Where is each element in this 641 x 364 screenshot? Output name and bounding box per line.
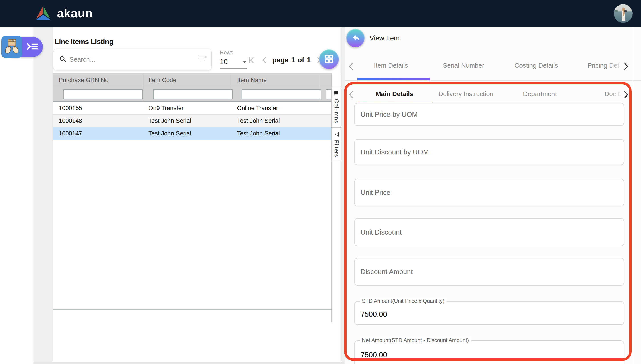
panel-right-border <box>633 27 634 364</box>
filter-list-icon[interactable] <box>198 56 206 63</box>
unit-price-field[interactable]: Unit Price <box>354 179 624 206</box>
current-page: 1 <box>291 56 295 64</box>
column-header-item-code[interactable]: Item Code <box>143 74 231 87</box>
table-side-tabs: Columns Filters <box>332 74 341 161</box>
total-pages: 1 <box>307 56 311 64</box>
tabs-scroll-right-icon[interactable] <box>624 62 628 71</box>
avatar-photo-silhouette <box>614 4 632 23</box>
line-items-table: Purchase GRN No Item Code Item Name 1000… <box>53 74 332 310</box>
table-header-row: Purchase GRN No Item Code Item Name <box>53 74 332 87</box>
columns-side-tab[interactable]: Columns <box>332 88 341 128</box>
chevron-down-icon <box>242 60 247 63</box>
rows-per-page: Rows 10 <box>220 50 249 68</box>
app-sidebar <box>0 27 34 364</box>
detail-title: View Item <box>370 34 400 42</box>
brand-name: akaun <box>57 6 93 20</box>
filters-side-tab[interactable]: Filters <box>332 128 341 162</box>
subtab-delivery-instruction[interactable]: Delivery Instruction <box>438 90 502 98</box>
tab-serial-number[interactable]: Serial Number <box>443 62 491 69</box>
user-avatar[interactable] <box>614 4 632 23</box>
column-header-extra <box>320 74 332 87</box>
std-amount-value: 7500.00 <box>360 310 387 318</box>
grn-filter-input[interactable] <box>63 90 143 99</box>
item-code-filter-input[interactable] <box>153 90 233 99</box>
table-row[interactable]: 1000148 Test John Serial Test John Seria… <box>53 114 332 127</box>
discount-amount-field[interactable]: Discount Amount <box>354 258 624 286</box>
app-root: akaun <box>0 0 641 364</box>
top-navbar: akaun <box>0 0 641 27</box>
search-input[interactable] <box>70 56 195 63</box>
view-item-panel: View Item Item Details Serial Number Cos… <box>346 27 641 364</box>
subtabs-scroll-right-icon[interactable] <box>624 91 628 100</box>
bottom-edge-strip <box>0 362 344 364</box>
net-amount-field[interactable]: Net Amount(STD Amount - Discount Amount)… <box>354 340 624 364</box>
unit-price-by-uom-field[interactable]: Unit Price by UOM <box>354 103 624 126</box>
sidebar-item-inventory-app[interactable] <box>1 36 22 58</box>
std-amount-field[interactable]: STD Amount(Unit Price x Quantity) 7500.0… <box>354 301 624 325</box>
tabs-scroll-left-icon[interactable] <box>348 62 354 71</box>
side-tabs-corner <box>332 74 341 87</box>
column-header-purchase-grn-no[interactable]: Purchase GRN No <box>53 74 143 87</box>
subtab-department[interactable]: Department <box>523 90 564 98</box>
search-icon <box>59 56 66 64</box>
rows-select[interactable]: 10 <box>220 58 247 68</box>
item-name-filter-input[interactable] <box>242 90 322 99</box>
tab-item-details[interactable]: Item Details <box>374 62 414 69</box>
subtab-main-details[interactable]: Main Details <box>376 90 416 98</box>
hands-holding-box-icon <box>3 38 20 56</box>
unit-discount-by-uom-field[interactable]: Unit Discount by UOM <box>354 139 624 165</box>
table-row-selected[interactable]: 1000147 Test John Serial Test John Seria… <box>53 127 332 140</box>
akaun-triangle-logo-icon <box>34 3 53 23</box>
table-row[interactable]: 1000155 On9 Transfer Online Transfer <box>53 102 332 114</box>
subtabs-scroll-left-icon[interactable] <box>348 91 354 100</box>
grid-icon <box>324 54 334 64</box>
active-tab-underline <box>358 78 430 80</box>
first-page-button[interactable] <box>248 56 256 64</box>
unit-discount-field[interactable]: Unit Discount <box>354 218 624 246</box>
back-button[interactable] <box>346 29 364 47</box>
expand-menu-icon <box>27 42 38 52</box>
table-filter-row <box>53 87 332 102</box>
line-items-panel: Line Items Listing Rows 10 <box>53 27 341 362</box>
grid-view-button[interactable] <box>319 50 339 69</box>
rows-label: Rows <box>220 50 249 56</box>
table-empty-area <box>53 140 332 310</box>
back-arrow-icon <box>350 33 360 44</box>
tab-costing-details[interactable]: Costing Details <box>514 62 564 69</box>
funnel-icon <box>334 132 339 137</box>
net-amount-value: 7500.00 <box>360 351 387 359</box>
prev-page-button[interactable] <box>260 56 268 64</box>
brand-logo[interactable]: akaun <box>34 3 93 23</box>
detail-tabs: Item Details Serial Number Costing Detai… <box>346 56 641 80</box>
columns-icon <box>334 91 339 96</box>
column-header-item-name[interactable]: Item Name <box>231 74 320 87</box>
page-indicator: page 1 of 1 <box>272 56 311 64</box>
page-title: Line Items Listing <box>55 38 114 46</box>
search-box <box>53 48 212 70</box>
